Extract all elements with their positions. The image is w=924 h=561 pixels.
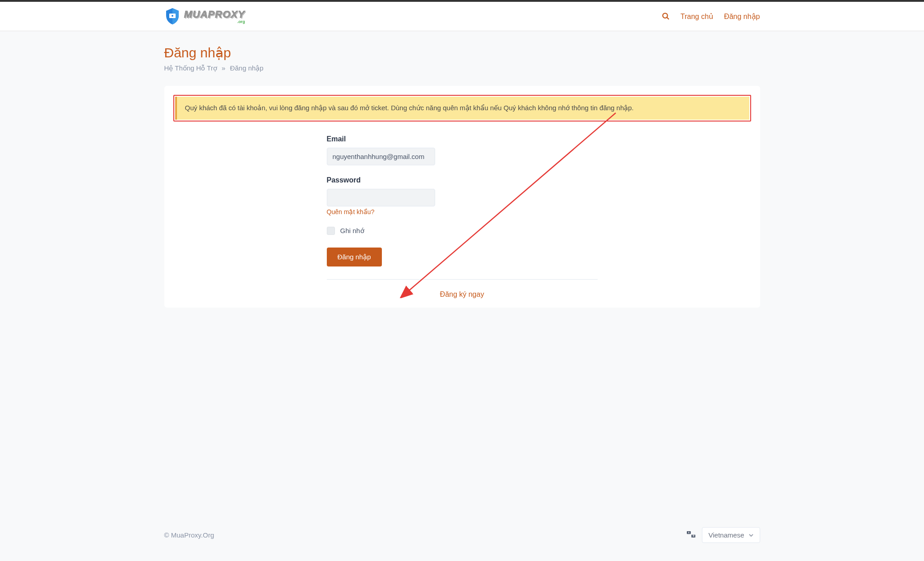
breadcrumb-current: Đăng nhập [230, 64, 264, 72]
email-field[interactable] [327, 148, 435, 165]
email-label: Email [327, 135, 435, 143]
language-value: Vietnamese [709, 531, 744, 539]
alert-highlight-box: Quý khách đã có tài khoản, vui lòng đăng… [173, 95, 751, 122]
language-select[interactable]: Vietnamese [702, 527, 760, 543]
divider [327, 279, 598, 280]
password-label: Password [327, 176, 435, 184]
shield-icon [164, 7, 181, 25]
svg-point-1 [172, 15, 173, 17]
search-icon[interactable] [662, 12, 670, 20]
login-form: Email Password Quên mật khẩu? Ghi nhớ Đă… [318, 135, 607, 299]
breadcrumb: Hệ Thống Hỗ Trợ » Đăng nhập [164, 64, 760, 72]
remember-checkbox[interactable] [327, 227, 335, 235]
language-icon: A 文 [687, 531, 696, 539]
main: Đăng nhập Hệ Thống Hỗ Trợ » Đăng nhập Qu… [0, 31, 924, 516]
logo-text: MUAPROXY [184, 9, 245, 20]
remember-label[interactable]: Ghi nhớ [340, 227, 364, 235]
info-alert: Quý khách đã có tài khoản, vui lòng đăng… [175, 97, 749, 120]
svg-text:文: 文 [692, 534, 694, 537]
nav-login[interactable]: Đăng nhập [724, 12, 760, 21]
footer-copyright: © MuaProxy.Org [164, 531, 214, 539]
breadcrumb-separator: » [222, 64, 225, 72]
logo[interactable]: MUAPROXY .org [164, 7, 245, 25]
svg-line-3 [667, 17, 669, 19]
password-field[interactable] [327, 189, 435, 206]
footer: © MuaProxy.Org A 文 Vietnamese [0, 516, 924, 561]
register-link[interactable]: Đăng ký ngay [440, 290, 484, 298]
chevron-down-icon [749, 531, 753, 539]
forgot-password-link[interactable]: Quên mật khẩu? [327, 208, 375, 215]
svg-point-2 [663, 13, 668, 18]
page-title: Đăng nhập [164, 45, 760, 61]
nav: Trang chủ Đăng nhập [662, 12, 760, 21]
alert-message: Quý khách đã có tài khoản, vui lòng đăng… [185, 104, 634, 112]
nav-home[interactable]: Trang chủ [681, 12, 714, 21]
login-card: Quý khách đã có tài khoản, vui lòng đăng… [164, 86, 760, 308]
breadcrumb-root[interactable]: Hệ Thống Hỗ Trợ [164, 64, 217, 72]
login-button[interactable]: Đăng nhập [327, 248, 382, 266]
header: MUAPROXY .org Trang chủ Đăng nhập [0, 2, 924, 31]
